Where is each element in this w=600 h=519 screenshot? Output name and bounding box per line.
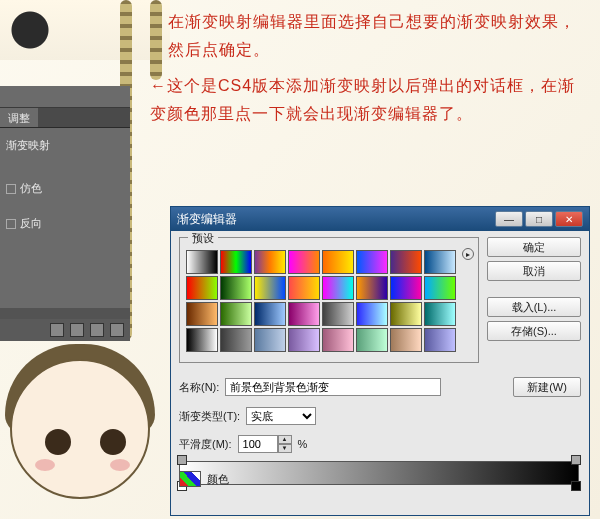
preset-swatch[interactable] bbox=[424, 250, 456, 274]
dialog-titlebar[interactable]: 渐变编辑器 — □ ✕ bbox=[171, 207, 589, 231]
preset-swatch[interactable] bbox=[356, 276, 388, 300]
type-label: 渐变类型(T): bbox=[179, 409, 240, 424]
maximize-button[interactable]: □ bbox=[525, 211, 553, 227]
type-select[interactable]: 实底 bbox=[246, 407, 316, 425]
close-button[interactable]: ✕ bbox=[555, 211, 583, 227]
preset-swatch[interactable] bbox=[390, 276, 422, 300]
color-label: 颜色 bbox=[207, 472, 229, 487]
panel-title-row: 渐变映射 bbox=[6, 138, 124, 153]
step-up-icon[interactable]: ▲ bbox=[278, 435, 292, 444]
preset-swatch[interactable] bbox=[288, 302, 320, 326]
preset-swatch[interactable] bbox=[254, 250, 286, 274]
save-button[interactable]: 存储(S)... bbox=[487, 321, 581, 341]
preset-swatch[interactable] bbox=[220, 250, 252, 274]
preset-swatch[interactable] bbox=[322, 250, 354, 274]
presets-menu-icon[interactable]: ▸ bbox=[462, 248, 474, 260]
preset-swatch[interactable] bbox=[356, 302, 388, 326]
preset-swatch[interactable] bbox=[322, 302, 354, 326]
decor-face bbox=[0, 339, 160, 519]
preset-swatch[interactable] bbox=[186, 328, 218, 352]
preset-swatch[interactable] bbox=[186, 250, 218, 274]
name-input[interactable] bbox=[225, 378, 441, 396]
presets-label: 预设 bbox=[188, 231, 218, 246]
preset-swatch[interactable] bbox=[186, 276, 218, 300]
preset-swatch[interactable] bbox=[356, 250, 388, 274]
tutorial-text-2: ←这个是CS4版本添加渐变映射以后弹出的对话框，在渐变颜色那里点一下就会出现渐变… bbox=[150, 72, 590, 128]
new-button[interactable]: 新建(W) bbox=[513, 377, 581, 397]
preset-swatch[interactable] bbox=[186, 302, 218, 326]
preset-swatch[interactable] bbox=[424, 302, 456, 326]
tutorial-text-1: 在渐变映射编辑器里面选择自己想要的渐变映射效果，然后点确定。 bbox=[168, 8, 588, 64]
preset-swatch[interactable] bbox=[220, 302, 252, 326]
checkbox-dither[interactable] bbox=[6, 184, 16, 194]
tab-adjustments[interactable]: 调整 bbox=[0, 108, 38, 127]
panel-header[interactable] bbox=[0, 86, 130, 108]
opacity-stop-left[interactable] bbox=[177, 455, 187, 465]
preset-grid bbox=[186, 242, 472, 354]
trash-icon[interactable] bbox=[110, 323, 124, 337]
preset-swatch[interactable] bbox=[390, 302, 422, 326]
minimize-button[interactable]: — bbox=[495, 211, 523, 227]
preset-swatch[interactable] bbox=[424, 328, 456, 352]
name-label: 名称(N): bbox=[179, 380, 219, 395]
adjustments-panel: 调整 渐变映射 仿色 反向 bbox=[0, 86, 130, 341]
checkbox-reverse[interactable] bbox=[6, 219, 16, 229]
smoothness-unit: % bbox=[298, 438, 308, 450]
preset-swatch[interactable] bbox=[288, 250, 320, 274]
preset-swatch[interactable] bbox=[390, 250, 422, 274]
label-dither: 仿色 bbox=[20, 181, 42, 196]
panel-icon-2[interactable] bbox=[70, 323, 84, 337]
preset-swatch[interactable] bbox=[254, 276, 286, 300]
color-stop-right[interactable] bbox=[571, 481, 581, 491]
smoothness-input[interactable] bbox=[238, 435, 278, 453]
preset-swatch[interactable] bbox=[322, 276, 354, 300]
preset-swatch[interactable] bbox=[254, 328, 286, 352]
dialog-title: 渐变编辑器 bbox=[177, 211, 237, 228]
smoothness-stepper[interactable]: ▲▼ bbox=[238, 435, 292, 453]
label-reverse: 反向 bbox=[20, 216, 42, 231]
preset-swatch[interactable] bbox=[288, 328, 320, 352]
preset-swatch[interactable] bbox=[424, 276, 456, 300]
opacity-stop-right[interactable] bbox=[571, 455, 581, 465]
preset-swatch[interactable] bbox=[322, 328, 354, 352]
cancel-button[interactable]: 取消 bbox=[487, 261, 581, 281]
preset-swatch[interactable] bbox=[220, 276, 252, 300]
preset-swatch[interactable] bbox=[254, 302, 286, 326]
preset-swatch[interactable] bbox=[390, 328, 422, 352]
preset-swatch[interactable] bbox=[220, 328, 252, 352]
panel-icon-1[interactable] bbox=[50, 323, 64, 337]
color-swatch-icon[interactable] bbox=[179, 471, 201, 487]
preset-swatch[interactable] bbox=[356, 328, 388, 352]
presets-group: 预设 ▸ bbox=[179, 237, 479, 363]
preset-swatch[interactable] bbox=[288, 276, 320, 300]
smoothness-label: 平滑度(M): bbox=[179, 437, 232, 452]
ok-button[interactable]: 确定 bbox=[487, 237, 581, 257]
step-down-icon[interactable]: ▼ bbox=[278, 444, 292, 453]
gradient-editor-dialog: 渐变编辑器 — □ ✕ 预设 ▸ 确定 取消 载入(L)... 存储(S)...… bbox=[170, 206, 590, 516]
panel-icon-3[interactable] bbox=[90, 323, 104, 337]
decor-beads bbox=[150, 0, 162, 80]
gradient-bar[interactable] bbox=[179, 461, 579, 485]
load-button[interactable]: 载入(L)... bbox=[487, 297, 581, 317]
